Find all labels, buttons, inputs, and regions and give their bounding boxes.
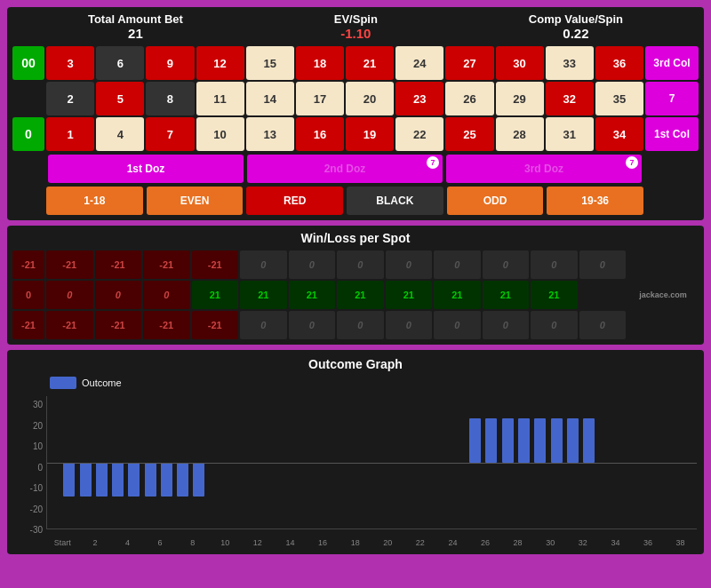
x-label-Start: Start xyxy=(46,538,79,547)
bet-even-label: EVEN xyxy=(180,195,210,207)
num-cell-22[interactable]: 22 xyxy=(395,117,443,151)
chart-bar-2 xyxy=(80,463,92,497)
wl-cell-r1c12 xyxy=(579,281,627,309)
roulette-section: Total Amount Bet 21 EV/Spin -1.10 Comp V… xyxy=(7,7,704,220)
chart-bar-8 xyxy=(177,463,188,497)
num-cell-25[interactable]: 25 xyxy=(445,117,493,151)
ev-spin-value: -1.10 xyxy=(334,26,378,41)
total-bet-stat: Total Amount Bet 21 xyxy=(88,12,183,41)
num-cell-7[interactable]: 7 xyxy=(146,117,194,151)
legend-label: Outcome xyxy=(82,377,122,388)
dozen-3rd-badge: 7 xyxy=(626,156,638,169)
num-cell-3[interactable]: 3 xyxy=(46,46,94,80)
num-cell-23[interactable]: 23 xyxy=(395,82,443,115)
num-cell-1[interactable]: 1 xyxy=(46,117,94,151)
winloss-title: Win/Loss per Spot xyxy=(12,231,699,245)
bet-19-36[interactable]: 19-36 xyxy=(547,187,643,215)
zero-00-cell[interactable]: 00 xyxy=(12,46,44,80)
chart-bar-33 xyxy=(583,418,595,463)
ev-spin-label: EV/Spin xyxy=(334,12,378,26)
num-cell-13[interactable]: 13 xyxy=(246,117,294,151)
wl-cell-r1c11: 21 xyxy=(531,281,578,309)
wl-cell-r2c12: 0 xyxy=(579,311,627,339)
num-cell-26[interactable]: 26 xyxy=(445,82,493,115)
num-cell-36[interactable]: 36 xyxy=(595,46,643,80)
bet-black[interactable]: BLACK xyxy=(347,187,443,215)
graph-legend: Outcome xyxy=(14,377,697,389)
wl-cell-r2c6: 0 xyxy=(289,311,336,339)
num-cell-35[interactable]: 35 xyxy=(595,82,643,115)
num-cell-4[interactable]: 4 xyxy=(96,117,144,151)
wl-cell-r2c8: 0 xyxy=(386,311,433,339)
y-label-0: 0 xyxy=(14,463,43,473)
x-label-10: 10 xyxy=(209,538,242,547)
col-3rd[interactable]: 3rd Col xyxy=(645,46,699,80)
x-label-20: 20 xyxy=(371,538,404,547)
dozen-2nd[interactable]: 2nd Doz 7 xyxy=(247,155,443,183)
chart-bar-28 xyxy=(502,418,514,463)
num-cell-21[interactable]: 21 xyxy=(346,46,394,80)
chart-area xyxy=(46,396,697,529)
num-cell-15[interactable]: 15 xyxy=(246,46,294,80)
bet-red[interactable]: RED xyxy=(246,187,343,215)
chart-bar-29 xyxy=(518,418,530,463)
num-cell-34[interactable]: 34 xyxy=(595,117,643,151)
zero-0-cell[interactable]: 0 xyxy=(12,117,44,151)
x-label-14: 14 xyxy=(274,538,307,547)
num-cell-2[interactable]: 2 xyxy=(46,82,94,115)
wl-cell-r0c6: 0 xyxy=(289,250,336,279)
num-cell-10[interactable]: 10 xyxy=(196,117,244,151)
wl-cell-r0c5: 0 xyxy=(240,250,287,279)
dozen-1st[interactable]: 1st Doz xyxy=(48,155,244,183)
num-cell-11[interactable]: 11 xyxy=(196,82,244,115)
col-1st[interactable]: 1st Col xyxy=(645,117,699,151)
bet-odd[interactable]: ODD xyxy=(447,187,544,215)
chart-bar-30 xyxy=(534,418,546,463)
graph-section: Outcome Graph Outcome 30 20 10 0 -10 -20… xyxy=(7,350,704,554)
num-cell-31[interactable]: 31 xyxy=(546,117,594,151)
comp-value: 0.22 xyxy=(529,26,623,41)
num-cell-6[interactable]: 6 xyxy=(96,46,144,80)
total-bet-label: Total Amount Bet xyxy=(88,12,183,26)
num-cell-24[interactable]: 24 xyxy=(395,46,443,80)
num-cell-9[interactable]: 9 xyxy=(146,46,194,80)
wl-cell-r0c8: 0 xyxy=(386,250,433,279)
wl-cell-r1c7: 21 xyxy=(337,281,384,309)
x-label-22: 22 xyxy=(404,538,437,547)
total-bet-value: 21 xyxy=(88,26,183,41)
bet-even[interactable]: EVEN xyxy=(147,187,244,215)
col-2nd[interactable]: 7 xyxy=(645,82,699,115)
chart-bar-6 xyxy=(145,463,156,497)
bet-19-36-label: 19-36 xyxy=(581,195,609,207)
num-cell-20[interactable]: 20 xyxy=(346,82,394,115)
num-cell-32[interactable]: 32 xyxy=(546,82,594,115)
num-cell-28[interactable]: 28 xyxy=(496,117,544,151)
x-label-28: 28 xyxy=(501,538,534,547)
legend-box xyxy=(50,377,76,389)
wl-cell-r1c3: 0 xyxy=(143,281,190,309)
wl-cell-r0c2: -21 xyxy=(95,250,142,279)
num-cell-17[interactable]: 17 xyxy=(296,82,344,115)
bet-1-18-label: 1-18 xyxy=(84,195,105,207)
num-cell-29[interactable]: 29 xyxy=(496,82,544,115)
num-cell-5[interactable]: 5 xyxy=(96,82,144,115)
num-cell-14[interactable]: 14 xyxy=(246,82,294,115)
wl-cell-r0c11: 0 xyxy=(531,250,578,279)
dozen-3rd-label: 3rd Doz xyxy=(524,163,563,175)
winloss-section: Win/Loss per Spot -21-21-21-21-210000000… xyxy=(7,226,704,345)
num-cell-33[interactable]: 33 xyxy=(546,46,594,80)
wl-cell-r1c8: 21 xyxy=(386,281,433,309)
chart-bar-7 xyxy=(161,463,172,497)
num-cell-8[interactable]: 8 xyxy=(146,82,194,115)
wl-cell-r1c5: 21 xyxy=(240,281,287,309)
bet-1-18[interactable]: 1-18 xyxy=(46,187,143,215)
num-cell-27[interactable]: 27 xyxy=(445,46,493,80)
num-cell-18[interactable]: 18 xyxy=(296,46,344,80)
num-cell-30[interactable]: 30 xyxy=(496,46,544,80)
num-cell-19[interactable]: 19 xyxy=(346,117,394,151)
dozen-3rd[interactable]: 3rd Doz 7 xyxy=(446,155,642,183)
col-1st-label: 1st Col xyxy=(654,128,690,140)
num-cell-16[interactable]: 16 xyxy=(296,117,344,151)
num-cell-12[interactable]: 12 xyxy=(196,46,244,80)
wl-cell-r1c6: 21 xyxy=(289,281,336,309)
